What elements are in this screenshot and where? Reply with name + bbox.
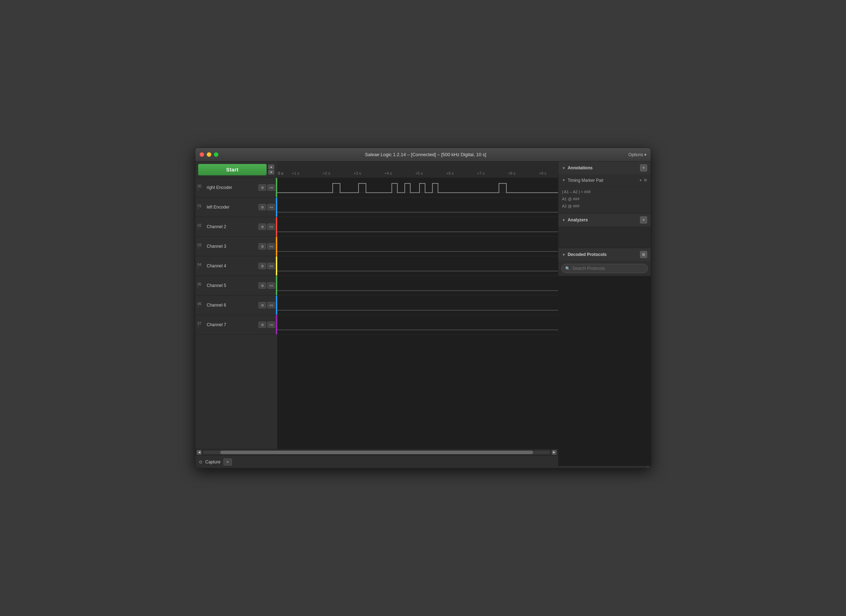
channel-controls-6: ⚙ +≡ [258,302,275,308]
time-mark-8: +8 s [508,171,515,175]
annotations-collapse-icon: ▼ [562,166,565,170]
channel-row-7: 07 ⠿ Channel 7 ⚙ +≡ [195,315,277,335]
waveform-signal-3 [277,237,558,257]
capture-icon: ⊙ [199,460,203,465]
channel-add-4[interactable]: +≡ [267,263,275,269]
channel-settings-7[interactable]: ⚙ [258,322,266,328]
decoded-protocols-collapse-icon: ▼ [562,253,565,257]
forward-button[interactable]: » [223,459,232,466]
scrollbar-track[interactable] [203,451,551,454]
channel-number-7: 07 ⠿ [197,322,205,328]
time-zero: 0 s [278,171,283,175]
search-box[interactable]: 🔍 [561,264,648,273]
waveform-signal-6 [277,296,558,316]
channel-number-2: 02 ⠿ [197,224,205,230]
channel-settings-1[interactable]: ⚙ [258,204,266,210]
scroll-arrows: ▲ ▼ [268,164,275,175]
time-mark-3: +3 s [354,171,361,175]
minimize-button[interactable] [207,152,212,157]
timing-marker-gear-icon[interactable]: ⚙ [643,178,647,182]
fullscreen-button[interactable] [214,152,219,157]
waveform-signal-1 [277,197,558,218]
channel-settings-2[interactable]: ⚙ [258,223,266,230]
scroll-up-arrow[interactable]: ▲ [268,164,275,169]
channel-add-5[interactable]: +≡ [267,282,275,289]
channel-row-3: 03 ⠿ Channel 3 ⚙ +≡ [195,237,277,256]
channel-add-2[interactable]: +≡ [267,223,275,230]
decoded-protocols-header: ▼ Decoded Protocols ⚙ [558,248,651,261]
time-mark-6: +6 s [446,171,454,175]
channel-row-1: 01 ⠿ left Encoder ⚙ +≡ [195,197,277,217]
channel-controls-1: ⚙ +≡ [258,204,275,210]
main-content: Start ▲ ▼ 00 ⠿ right Encoder [195,162,651,468]
waveform-area[interactable]: 0 s +1 s +2 s +3 s +4 s +5 s +6 s +7 s +… [277,162,558,449]
close-button[interactable] [200,152,204,157]
channel-name-4: Channel 4 [205,263,258,268]
channel-name-2: Channel 2 [205,224,258,229]
channel-name-5: Channel 5 [205,283,258,288]
scroll-left-arrow[interactable]: ◀ [197,450,202,455]
channel-settings-6[interactable]: ⚙ [258,302,266,308]
channel-add-3[interactable]: +≡ [267,243,275,250]
channel-add-1[interactable]: +≡ [267,204,275,210]
titlebar: Saleae Logic 1.2.14 – [Connected] – [500… [195,148,651,162]
channel-settings-0[interactable]: ⚙ [258,184,266,191]
annotations-add-button[interactable]: + [640,164,647,172]
channel-settings-4[interactable]: ⚙ [258,263,266,269]
search-protocols-input[interactable] [572,266,644,271]
channel-row-2: 02 ⠿ Channel 2 ⚙ +≡ [195,217,277,237]
channel-labels: Start ▲ ▼ 00 ⠿ right Encoder [195,162,277,449]
waveform-signal-5 [277,276,558,296]
options-menu[interactable]: Options ▾ [628,152,646,157]
channel-number-3: 03 ⠿ [197,244,205,250]
channel-number-6: 06 ⠿ [197,302,205,308]
channel-settings-5[interactable]: ⚙ [258,282,266,289]
horizontal-scrollbar[interactable]: ◀ ▶ [195,449,558,455]
annotations-header: ▼ Annotations + [558,162,651,174]
scroll-down-arrow[interactable]: ▼ [268,170,275,175]
channel-add-0[interactable]: +≡ [267,184,275,191]
capture-label: Capture [205,460,220,465]
time-mark-7: +7 s [477,171,485,175]
channel-row-6: 06 ⠿ Channel 6 ⚙ +≡ [195,296,277,315]
channel-controls-7: ⚙ +≡ [258,322,275,328]
channel-controls-4: ⚙ +≡ [258,263,275,269]
annotation-values: | A1 – A2 | = ### A1 @ ### A2 @ ### [558,187,651,213]
scrollbar-thumb[interactable] [220,451,533,454]
waveform-rows [277,178,558,449]
decoded-protocols-gear-button[interactable]: ⚙ [640,251,647,258]
decoded-protocols-content [558,276,651,466]
channel-area: Start ▲ ▼ 00 ⠿ right Encoder [195,162,558,449]
analyzers-collapse-icon: ▼ [562,218,565,222]
main-window: Saleae Logic 1.2.14 – [Connected] – [500… [195,148,651,468]
analyzers-add-button[interactable]: + [640,216,647,223]
timing-marker-dropdown-icon[interactable]: ▾ [640,178,642,182]
analyzers-title: Analyzers [568,218,638,222]
search-icon: 🔍 [565,266,570,271]
analyzers-section: ▼ Analyzers + [558,213,651,248]
time-mark-1: +1 s [292,171,299,175]
channel-add-7[interactable]: +≡ [267,322,275,328]
right-panel: ▼ Annotations + ▼ Timing Marker Pair ▾ ⚙… [558,162,651,468]
channel-number-5: 05 ⠿ [197,283,205,289]
search-box-container: 🔍 [558,261,651,276]
scroll-right-arrow[interactable]: ▶ [552,450,557,455]
decoded-protocols-section: ▼ Decoded Protocols ⚙ 🔍 [558,248,651,466]
time-mark-2: +2 s [323,171,330,175]
channel-settings-3[interactable]: ⚙ [258,243,266,250]
waveform-row-7 [277,315,558,335]
channel-add-6[interactable]: +≡ [267,302,275,308]
time-mark-5: +5 s [415,171,423,175]
analyzers-header: ▼ Analyzers + [558,213,651,226]
channel-name-3: Channel 3 [205,244,258,249]
channel-name-7: Channel 7 [205,322,258,327]
channel-name-6: Channel 6 [205,303,258,308]
bottom-bar: ⊙ Capture » [195,455,558,468]
waveform-row-3 [277,237,558,256]
start-button[interactable]: Start [198,164,267,175]
left-panel: Start ▲ ▼ 00 ⠿ right Encoder [195,162,558,468]
waveform-signal-7 [277,315,558,335]
traffic-lights [200,152,219,157]
channel-controls-0: ⚙ +≡ [258,184,275,191]
resize-handle[interactable]: ⤡ [558,466,651,468]
